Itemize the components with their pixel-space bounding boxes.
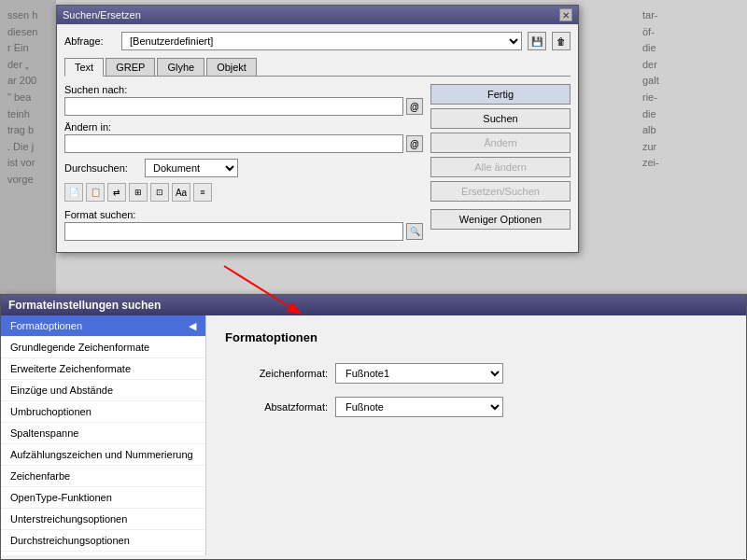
ersetzen-suchen-button[interactable]: Ersetzen/Suchen [430, 181, 571, 202]
absatzformat-label: Absatzformat: [225, 401, 328, 413]
icon-page[interactable]: 📄 [64, 183, 83, 202]
dialog-right-panel: Fertig Suchen Ändern Alle ändern Ersetze… [430, 84, 571, 245]
icon-grid2[interactable]: ⊡ [150, 183, 169, 202]
tab-grep[interactable]: GREP [106, 58, 155, 76]
absatzformat-select[interactable]: Fußnote [335, 397, 503, 417]
sidebar-item-opentype[interactable]: OpenType-Funktionen [1, 487, 205, 509]
format-suchen-label: Format suchen: [64, 209, 423, 220]
dialog-left-panel: Suchen nach: @ Ändern in: @ Du [64, 84, 423, 245]
dialog-title: Suchen/Ersetzen [63, 9, 141, 21]
aendern-at-button[interactable]: @ [406, 135, 423, 152]
icon-page2[interactable]: 📋 [86, 183, 105, 202]
format-dialog-title: Formateinstellungen suchen [1, 295, 746, 315]
sidebar-item-unterstreichung[interactable]: Unterstreichungsoptionen [1, 509, 205, 530]
suchen-input[interactable] [64, 97, 403, 116]
dialog-title-bar: Suchen/Ersetzen ✕ [57, 6, 578, 24]
suchen-input-row: @ [64, 97, 423, 116]
tabs-bar: Text GREP Glyhe Objekt [64, 58, 571, 77]
weniger-optionen-button[interactable]: Weniger Optionen [430, 209, 571, 230]
format-dialog-body: Formatoptionen ◀ Grundlegende Zeichenfor… [1, 315, 746, 555]
dialog-close-button[interactable]: ✕ [559, 8, 572, 21]
format-sidebar: Formatoptionen ◀ Grundlegende Zeichenfor… [1, 315, 206, 555]
sidebar-item-erweiterte[interactable]: Erweiterte Zeichenformate [1, 358, 205, 380]
absatzformat-row: Absatzformat: Fußnote [225, 397, 727, 417]
format-content-area: Formatoptionen Zeichenformat: Fußnote1 A… [206, 315, 746, 555]
durchsuchen-row: Durchsuchen: Dokument [64, 159, 423, 177]
suchen-button[interactable]: Suchen [430, 108, 571, 129]
abfrage-select[interactable]: [Benutzerdefiniert] [121, 32, 522, 50]
fertig-button[interactable]: Fertig [430, 84, 571, 105]
sidebar-item-grundlegende[interactable]: Grundlegende Zeichenformate [1, 337, 205, 358]
icon-aa[interactable]: Aa [172, 183, 190, 202]
dialog-content-area: Suchen nach: @ Ändern in: @ Du [64, 84, 571, 245]
save-preset-button[interactable]: 💾 [528, 32, 546, 50]
durchsuchen-select[interactable]: Dokument [145, 159, 238, 177]
alle-aendern-button[interactable]: Alle ändern [430, 157, 571, 177]
zeichenformat-label: Zeichenformat: [225, 368, 328, 379]
aendern-input[interactable] [64, 134, 403, 153]
icons-row: 📄 📋 ⇄ ⊞ ⊡ Aa ≡ [64, 183, 423, 202]
suchen-at-button[interactable]: @ [406, 98, 423, 115]
aendern-input-row: @ [64, 134, 423, 153]
aendern-button[interactable]: Ändern [430, 133, 571, 153]
delete-preset-button[interactable]: 🗑 [552, 32, 571, 50]
sidebar-item-aufzaehlung[interactable]: Aufzählungszeichen und Nummerierung [1, 444, 205, 466]
icon-swap[interactable]: ⇄ [107, 183, 126, 202]
zeichenformat-row: Zeichenformat: Fußnote1 [225, 363, 727, 384]
sidebar-item-bedingungen[interactable]: Bedingungen [1, 552, 205, 555]
sidebar-item-einzuege[interactable]: Einzüge und Abstände [1, 380, 205, 401]
icon-grid[interactable]: ⊞ [129, 183, 148, 202]
sidebar-item-formatoptionen[interactable]: Formatoptionen ◀ [1, 315, 205, 337]
sidebar-item-zeichenfarbe[interactable]: Zeichenfarbe [1, 466, 205, 487]
icon-lines[interactable]: ≡ [193, 183, 212, 202]
format-suchen-input[interactable] [64, 222, 403, 241]
sidebar-item-umbruch[interactable]: Umbruchoptionen [1, 401, 205, 423]
tab-text[interactable]: Text [64, 58, 104, 77]
format-content-title: Formatoptionen [225, 330, 727, 344]
tab-glyhe[interactable]: Glyhe [157, 58, 204, 76]
dialog-body: Abfrage: [Benutzerdefiniert] 💾 🗑 Text GR… [57, 24, 578, 252]
abfrage-label: Abfrage: [64, 35, 116, 47]
durchsuchen-label: Durchsuchen: [64, 162, 139, 174]
format-search-icon[interactable]: 🔍 [406, 223, 423, 240]
aendern-field-row: Ändern in: @ [64, 121, 423, 153]
abfrage-row: Abfrage: [Benutzerdefiniert] 💾 🗑 [64, 32, 571, 50]
zeichenformat-select[interactable]: Fußnote1 [335, 363, 503, 384]
suchen-label: Suchen nach: [64, 84, 423, 95]
suchen-field-row: Suchen nach: @ [64, 84, 423, 116]
suchen-ersetzen-dialog: Suchen/Ersetzen ✕ Abfrage: [Benutzerdefi… [56, 5, 579, 253]
sidebar-item-spalten[interactable]: Spaltenspanne [1, 423, 205, 444]
format-input-row: 🔍 [64, 222, 423, 241]
sidebar-item-durchstreichung[interactable]: Durchstreichungsoptionen [1, 530, 205, 552]
tab-objekt[interactable]: Objekt [206, 58, 257, 76]
format-suchen-row: Format suchen: 🔍 [64, 209, 423, 241]
aendern-label: Ändern in: [64, 121, 423, 133]
format-einstellungen-dialog: Formateinstellungen suchen Formatoptione… [0, 294, 747, 560]
